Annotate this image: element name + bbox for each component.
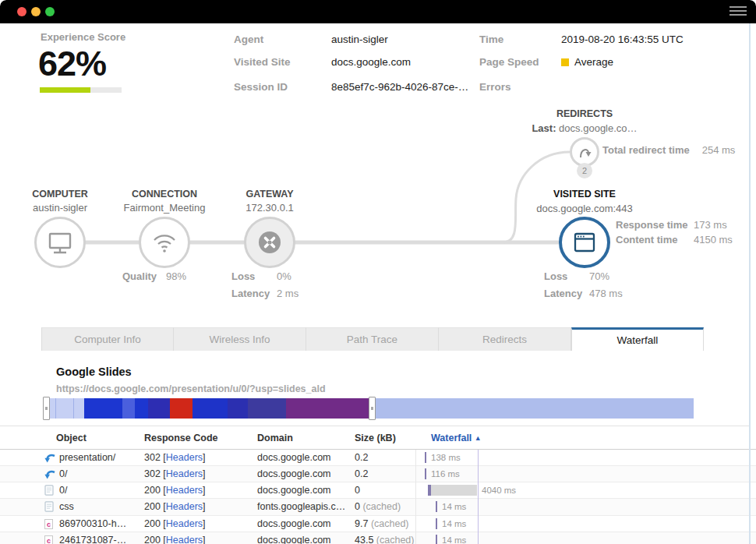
table-row[interactable]: 0/ 200 [Headers] docs.google.com 0 4040 … bbox=[0, 482, 756, 499]
size: 0 bbox=[355, 482, 360, 498]
visited-site-subtitle: docs.google.com:443 bbox=[536, 203, 633, 214]
size: 43.5 (cached) bbox=[355, 532, 414, 544]
tab-redirects[interactable]: Redirects bbox=[439, 327, 571, 351]
table-row[interactable]: c 869700310-h… 200 [Headers] docs.google… bbox=[0, 516, 756, 532]
tab-waterfall[interactable]: Waterfall bbox=[571, 327, 704, 351]
gateway-node[interactable] bbox=[244, 217, 295, 268]
object-name: presentation/ bbox=[59, 450, 115, 465]
waterfall-gridline-marker bbox=[478, 450, 479, 544]
connection-stats: Quality98% bbox=[122, 270, 186, 288]
diagram-connectors bbox=[0, 101, 756, 320]
score-bar-fill bbox=[40, 87, 90, 93]
response-code: 200 [Headers] bbox=[144, 516, 206, 532]
domain: fonts.googleapis.c… bbox=[257, 499, 345, 514]
tab-bar: Computer Info Wireless Info Path Trace R… bbox=[41, 327, 704, 351]
response-code: 302 [Headers] bbox=[144, 450, 206, 465]
tab-wireless-info[interactable]: Wireless Info bbox=[174, 327, 306, 351]
object-name: 2461731087-… bbox=[59, 532, 126, 544]
field-visited-site: Visited Site docs.google.com bbox=[234, 56, 411, 68]
gateway-stats: Loss0% Latency2 ms bbox=[231, 270, 299, 305]
size: 0.2 bbox=[355, 450, 368, 465]
object-name: css bbox=[59, 499, 74, 514]
tab-computer-info[interactable]: Computer Info bbox=[41, 327, 174, 351]
field-errors: Errors bbox=[479, 81, 561, 93]
page-url: https://docs.google.com/presentation/u/0… bbox=[56, 383, 326, 394]
domain: docs.google.com bbox=[257, 466, 331, 482]
size: 0 (cached) bbox=[355, 499, 401, 514]
headers-link[interactable]: Headers bbox=[166, 452, 203, 463]
column-size[interactable]: Size (kB) bbox=[355, 433, 396, 443]
size: 0.2 bbox=[355, 466, 368, 482]
headers-link[interactable]: Headers bbox=[166, 468, 203, 479]
minimap-handle-right[interactable] bbox=[369, 397, 376, 420]
response-code: 200 [Headers] bbox=[144, 532, 206, 544]
router-icon bbox=[256, 229, 283, 256]
column-domain[interactable]: Domain bbox=[257, 433, 293, 443]
gateway-subtitle: 172.30.0.1 bbox=[246, 202, 293, 214]
field-session-id: Session ID 8e85ef7c-962b-4026-87ce-… bbox=[234, 81, 468, 93]
zoom-window-button[interactable] bbox=[45, 7, 55, 16]
scrollbar-track[interactable] bbox=[749, 23, 751, 544]
app-window: Experience Score 62% Agent austin-sigler… bbox=[0, 0, 756, 544]
close-window-button[interactable] bbox=[17, 7, 26, 16]
minimap-handle-left[interactable] bbox=[43, 397, 50, 420]
gateway-title: GATEWAY bbox=[246, 189, 293, 200]
experience-score-value: 62% bbox=[38, 44, 106, 84]
headers-link[interactable]: Headers bbox=[166, 485, 203, 496]
page-title: Google Slides bbox=[56, 366, 132, 378]
object-name: 869700310-h… bbox=[59, 516, 126, 532]
headers-link[interactable]: Headers bbox=[166, 501, 203, 512]
experience-score-bar bbox=[40, 87, 122, 93]
visited-site-stats: Loss70% Latency478 ms bbox=[544, 270, 623, 305]
document-icon bbox=[44, 501, 54, 517]
table-header: Object Response Code Domain Size (kB) Wa… bbox=[0, 426, 756, 450]
waterfall-minimap bbox=[44, 398, 694, 419]
redirect-icon bbox=[44, 468, 55, 484]
response-code: 302 [Headers] bbox=[144, 466, 206, 482]
connection-node[interactable] bbox=[139, 217, 190, 268]
css-file-icon: c bbox=[44, 516, 53, 532]
visited-site-time-stats: Response time173 ms Content time4150 ms bbox=[616, 219, 733, 251]
monitor-icon bbox=[46, 229, 74, 256]
field-agent: Agent austin-sigler bbox=[234, 34, 388, 45]
redirect-count-badge: 2 bbox=[577, 163, 592, 178]
tab-path-trace[interactable]: Path Trace bbox=[306, 327, 439, 351]
page-speed-indicator bbox=[561, 58, 569, 66]
computer-subtitle: austin-sigler bbox=[33, 202, 87, 214]
redirects-title: REDIRECTS bbox=[556, 108, 613, 119]
browser-icon bbox=[571, 229, 598, 256]
sort-arrow-icon: ▲ bbox=[475, 434, 482, 442]
column-waterfall[interactable]: Waterfall ▲ bbox=[431, 433, 482, 443]
table-row[interactable]: presentation/ 302 [Headers] docs.google.… bbox=[0, 450, 756, 466]
visited-site-title: VISITED SITE bbox=[553, 189, 616, 200]
table-row[interactable]: 0/ 302 [Headers] docs.google.com 0.2 116… bbox=[0, 466, 756, 482]
headers-link[interactable]: Headers bbox=[166, 518, 203, 529]
domain: docs.google.com bbox=[257, 532, 331, 544]
redirect-arrow-icon bbox=[576, 143, 593, 161]
headers-link[interactable]: Headers bbox=[166, 535, 203, 544]
minimize-window-button[interactable] bbox=[31, 7, 41, 16]
column-response-code[interactable]: Response Code bbox=[144, 433, 217, 443]
response-code: 200 [Headers] bbox=[144, 499, 206, 514]
size: 9.7 (cached) bbox=[355, 516, 409, 532]
menu-icon[interactable] bbox=[730, 6, 747, 17]
connection-title: CONNECTION bbox=[132, 189, 197, 200]
response-code: 200 [Headers] bbox=[144, 482, 206, 498]
redirect-icon bbox=[44, 452, 55, 468]
experience-score-label: Experience Score bbox=[41, 31, 125, 43]
total-redirect-time: Total redirect time 254 ms bbox=[602, 144, 735, 156]
connection-subtitle: Fairmont_Meeting bbox=[124, 202, 206, 214]
object-name: 0/ bbox=[59, 482, 67, 498]
field-page-speed: Page Speed Average bbox=[479, 56, 613, 68]
table-row[interactable]: c 2461731087-… 200 [Headers] docs.google… bbox=[0, 532, 756, 544]
computer-title: COMPUTER bbox=[32, 189, 88, 200]
object-name: 0/ bbox=[59, 466, 67, 482]
field-time: Time 2019-08-20 16:43:55 UTC bbox=[479, 34, 684, 45]
waterfall-gridline-start bbox=[415, 450, 416, 544]
column-object[interactable]: Object bbox=[56, 433, 87, 443]
visited-site-node[interactable] bbox=[559, 217, 610, 268]
wifi-icon bbox=[151, 231, 178, 253]
table-row[interactable]: css 200 [Headers] fonts.googleapis.c… 0 … bbox=[0, 499, 756, 515]
computer-node[interactable] bbox=[34, 217, 86, 268]
request-rows: presentation/ 302 [Headers] docs.google.… bbox=[0, 450, 756, 544]
